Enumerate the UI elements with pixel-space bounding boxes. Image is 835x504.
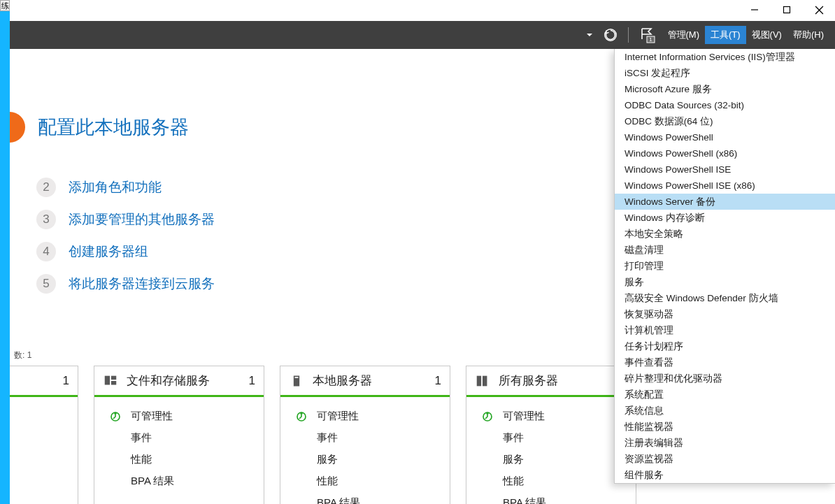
manage-icon [108,410,122,423]
step-number: 3 [36,210,56,229]
tile-row-label: 可管理性 [131,410,173,423]
tools-menu-item[interactable]: iSCSI 发起程序 [615,65,835,81]
tile-row[interactable]: 服务 [475,450,627,472]
strip-tag: 练 [0,0,10,11]
tools-menu-item[interactable]: 碎片整理和优化驱动器 [615,370,835,387]
server-icon [289,374,304,388]
tile-row-label: 事件 [131,431,152,445]
tools-menu-item[interactable]: ODBC 数据源(64 位) [615,113,835,129]
tools-menu-item[interactable]: 资源监视器 [615,451,835,467]
tools-menu-item[interactable]: 磁盘清理 [615,242,835,258]
tools-menu-item[interactable]: Windows 内存诊断 [615,210,835,226]
tile-row-label: 事件 [503,431,524,445]
tools-menu-item[interactable]: 本地安全策略 [615,226,835,242]
tools-menu-item[interactable]: 任务计划程序 [615,338,835,354]
quickstart-link[interactable]: 添加要管理的其他服务器 [69,210,215,229]
tools-menu-item[interactable]: Windows PowerShell ISE (x86) [615,178,835,194]
svg-rect-7 [105,375,110,384]
manage-icon [480,410,494,423]
dashboard-tile[interactable]: 所有服务器1可管理性事件服务性能BPA 结果 [466,366,636,504]
manage-icon [294,410,308,423]
tile-row-label: BPA 结果 [317,496,360,504]
tile-count: 1 [63,374,69,388]
svg-rect-14 [477,375,481,386]
dashboard-tile[interactable]: 1 [10,366,78,504]
tile-row-label: 性能 [503,475,524,488]
tile-row-label: 服务 [317,453,338,466]
menu-tools[interactable]: 工具(T) [705,26,746,44]
toolbar-divider [628,27,629,43]
tile-header: 文件和存储服务1 [94,366,264,397]
stack-icon [103,373,118,389]
tile-row[interactable]: 服务 [289,450,441,472]
menu-view[interactable]: 视图(V) [746,26,787,44]
tools-dropdown: Internet Information Services (IIS)管理器iS… [614,49,835,484]
tile-row-label: 性能 [131,453,152,466]
tile-row[interactable]: 性能 [103,450,255,472]
quickstart-link[interactable]: 添加角色和功能 [69,178,162,196]
refresh-icon[interactable] [603,27,618,43]
tools-menu-item[interactable]: Windows PowerShell ISE [615,161,835,178]
step-number: 5 [36,274,56,294]
tools-menu-item[interactable]: 打印管理 [615,258,835,274]
step-number: 2 [36,178,56,197]
tile-row[interactable]: 可管理性 [289,407,441,429]
tools-menu-item[interactable]: Windows PowerShell [615,129,835,145]
tile-row[interactable]: 事件 [289,429,441,450]
tile-row[interactable]: 可管理性 [475,407,627,429]
tile-row[interactable]: BPA 结果 [103,472,255,494]
tile-row-label: BPA 结果 [131,475,174,488]
dropdown-caret-icon[interactable] [586,31,593,38]
maximize-button[interactable] [771,0,803,20]
tile-row[interactable]: 事件 [103,429,255,450]
tile-row[interactable]: 可管理性 [103,407,255,429]
tile-header: 所有服务器1 [466,366,636,397]
tile-row[interactable]: 事件 [475,429,627,450]
svg-rect-8 [111,375,116,380]
tile-count: 1 [249,374,255,388]
tools-menu-item[interactable]: 事件查看器 [615,354,835,370]
tools-menu-item[interactable]: Windows PowerShell (x86) [615,145,835,161]
tools-menu-item[interactable]: 计算机管理 [615,322,835,338]
minimize-button[interactable] [738,0,771,20]
svg-rect-15 [483,375,487,386]
tools-menu-item[interactable]: 注册表编辑器 [615,435,835,451]
left-strip: 练 [0,0,10,504]
flag-notification-icon[interactable]: 1 [638,27,655,43]
tools-menu-item[interactable]: 性能监视器 [615,419,835,435]
tile-header: 1 [10,366,78,397]
tile-header: 本地服务器1 [280,366,450,397]
tools-menu-item[interactable]: ODBC Data Sources (32-bit) [615,97,835,113]
tile-body: 可管理性事件服务性能BPA 结果 [466,397,636,504]
quickstart-title: 配置此本地服务器 [38,115,189,140]
tools-menu-item[interactable]: 系统配置 [615,387,835,403]
tools-menu-item[interactable]: 高级安全 Windows Defender 防火墙 [615,290,835,306]
svg-rect-12 [295,377,299,378]
tile-row-label: 可管理性 [503,410,545,423]
dashboard-tile[interactable]: 文件和存储服务1可管理性事件性能BPA 结果 [94,366,264,504]
dashboard-tile[interactable]: 本地服务器1可管理性事件服务性能BPA 结果 [280,366,450,504]
tile-body: 可管理性事件性能BPA 结果 [94,397,264,503]
tools-menu-item[interactable]: Windows Server 备份 [615,194,835,210]
toolbar: 1 管理(M) 工具(T) 视图(V) 帮助(H) [10,21,835,49]
menu-manage[interactable]: 管理(M) [662,26,706,44]
svg-rect-1 [784,7,790,13]
menu-help[interactable]: 帮助(H) [787,26,829,44]
tile-row[interactable]: 性能 [475,472,627,494]
tools-menu-item[interactable]: Microsoft Azure 服务 [615,81,835,97]
quickstart-link[interactable]: 将此服务器连接到云服务 [69,275,215,293]
tools-menu-item[interactable]: 恢复驱动器 [615,306,835,322]
close-button[interactable] [803,0,835,20]
tools-menu-item[interactable]: 系统信息 [615,403,835,419]
accent-dot-icon [10,112,25,143]
tile-row[interactable]: BPA 结果 [289,494,441,504]
tile-count: 1 [435,374,441,388]
tile-row[interactable]: 性能 [289,472,441,494]
tools-menu-item[interactable]: Internet Information Services (IIS)管理器 [615,49,835,65]
quickstart-link[interactable]: 创建服务器组 [69,243,148,261]
tile-row-label: 事件 [317,431,338,445]
tools-menu-item[interactable]: 服务 [615,274,835,290]
tile-row[interactable]: BPA 结果 [475,494,627,504]
tools-menu-item[interactable]: 组件服务 [615,467,835,483]
svg-text:1: 1 [649,36,652,43]
